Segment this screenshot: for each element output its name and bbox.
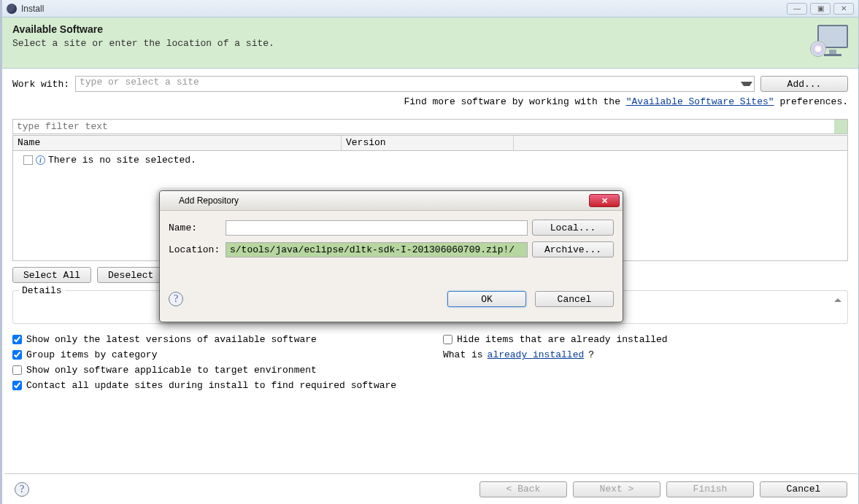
footer: ? < Back Next > Finish Cancel <box>4 473 858 504</box>
workwith-label: Work with: <box>12 79 69 90</box>
filter-accent <box>834 120 847 133</box>
col-blank <box>514 136 847 150</box>
opt-group-category: Group items by category <box>12 349 436 360</box>
repo-name-input[interactable] <box>226 220 528 236</box>
opt-whatis: What is already installed? <box>443 349 848 360</box>
opt-contact-all-cb[interactable] <box>12 381 22 390</box>
opt-show-latest-label: Show only the latest versions of availab… <box>26 334 317 345</box>
repo-location-input[interactable] <box>226 242 528 257</box>
tree-empty-text: There is no site selected. <box>48 155 196 166</box>
eclipse-icon <box>7 4 17 14</box>
install-icon <box>810 25 848 58</box>
opt-contact-all-label: Contact all update sites during install … <box>26 380 396 391</box>
modal-location-label: Location: <box>169 244 221 255</box>
whatis-suffix: ? <box>588 349 594 360</box>
header-title: Available Software <box>12 23 274 35</box>
titlebar: Install — ▣ ✕ <box>2 0 858 18</box>
opt-hide-installed-label: Hide items that are already installed <box>457 334 668 345</box>
opt-group-category-label: Group items by category <box>26 349 157 360</box>
window-title: Install <box>21 4 44 14</box>
add-site-button[interactable]: Add... <box>760 76 848 92</box>
minimize-button[interactable]: — <box>787 3 807 15</box>
workwith-combo[interactable]: type or select a site <box>75 76 755 92</box>
opt-hide-installed-cb[interactable] <box>443 335 452 344</box>
finish-button[interactable]: Finish <box>666 481 754 497</box>
col-version[interactable]: Version <box>342 136 514 150</box>
opt-applicable-target-label: Show only software applicable to target … <box>26 365 317 376</box>
opt-show-latest: Show only the latest versions of availab… <box>12 334 436 345</box>
modal-title: Add Repository <box>179 195 239 206</box>
cancel-button[interactable]: Cancel <box>760 481 847 497</box>
modal-cancel-button[interactable]: Cancel <box>535 291 614 307</box>
local-button[interactable]: Local... <box>532 220 614 236</box>
opt-hide-installed: Hide items that are already installed <box>443 334 848 345</box>
modal-location-row: Location: Archive... <box>169 241 614 257</box>
hint-row: Find more software by working with the "… <box>12 96 848 107</box>
modal-name-label: Name: <box>169 222 221 233</box>
filter-wrap <box>12 119 848 135</box>
tree-row: i There is no site selected. <box>23 155 837 166</box>
workwith-row: Work with: type or select a site Add... <box>12 76 848 92</box>
hint-prefix: Find more software by working with the <box>404 96 625 107</box>
help-icon[interactable]: ? <box>15 482 29 497</box>
tree-checkbox[interactable] <box>23 155 33 165</box>
modal-body: Name: Local... Location: Archive... <box>160 211 623 269</box>
opt-group-category-cb[interactable] <box>12 350 22 360</box>
dropdown-arrow-icon[interactable] <box>741 82 752 93</box>
close-button[interactable]: ✕ <box>833 3 854 15</box>
workwith-placeholder: type or select a site <box>80 77 199 88</box>
maximize-button[interactable]: ▣ <box>810 3 831 15</box>
opt-applicable-target-cb[interactable] <box>12 365 22 375</box>
modal-help-icon[interactable]: ? <box>169 292 183 306</box>
eclipse-icon <box>164 195 174 206</box>
add-repo-dialog: Add Repository ✕ Name: Local... Location… <box>159 190 623 322</box>
details-collapse-icon[interactable] <box>834 298 841 302</box>
options-grid: Show only the latest versions of availab… <box>12 334 848 391</box>
modal-footer: ? OK Cancel <box>160 291 623 307</box>
ok-button[interactable]: OK <box>447 291 526 307</box>
modal-name-row: Name: Local... <box>169 220 614 236</box>
already-installed-link[interactable]: already installed <box>488 349 585 360</box>
archive-button[interactable]: Archive... <box>532 241 614 257</box>
available-sites-link[interactable]: "Available Software Sites" <box>626 96 774 107</box>
modal-close-button[interactable]: ✕ <box>589 194 620 207</box>
hint-suffix: preferences. <box>774 96 848 107</box>
window-buttons: — ▣ ✕ <box>787 3 854 15</box>
opt-contact-all: Contact all update sites during install … <box>12 380 436 391</box>
next-button[interactable]: Next > <box>573 481 660 497</box>
opt-show-latest-cb[interactable] <box>12 335 22 344</box>
table-header: Name Version <box>12 135 848 151</box>
select-all-button[interactable]: Select All <box>12 267 91 283</box>
whatis-prefix: What is <box>443 349 483 360</box>
col-name[interactable]: Name <box>13 136 342 150</box>
details-legend: Details <box>19 285 65 296</box>
filter-input[interactable] <box>12 119 848 134</box>
header-band: Available Software Select a site or ente… <box>2 18 858 69</box>
info-icon: i <box>36 155 45 165</box>
modal-titlebar: Add Repository ✕ <box>160 191 623 211</box>
back-button[interactable]: < Back <box>479 481 567 497</box>
opt-applicable-target: Show only software applicable to target … <box>12 365 436 376</box>
header-subtitle: Select a site or enter the location of a… <box>12 38 274 49</box>
